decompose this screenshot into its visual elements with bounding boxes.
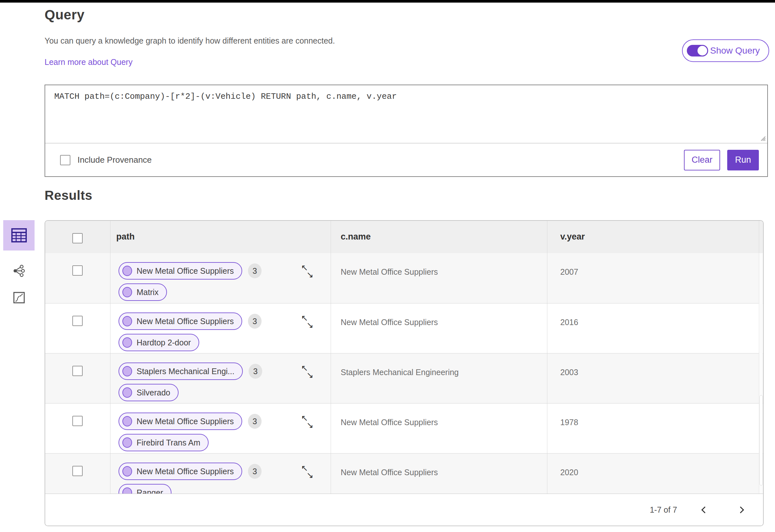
node-icon <box>122 266 132 276</box>
query-textarea[interactable]: MATCH path=(c:Company)-[r*2]-(v:Vehicle)… <box>45 85 767 143</box>
table-row: Staplers Mechanical Engi... 3 Silverado … <box>45 353 763 404</box>
results-table: path c.name v.year New Metal Office Supp… <box>45 220 764 526</box>
node-icon <box>122 337 132 348</box>
column-header-path: path <box>116 232 135 242</box>
query-page: Query You can query a knowledge graph to… <box>0 0 775 532</box>
clear-button[interactable]: Clear <box>684 150 720 170</box>
results-title: Results <box>45 188 92 203</box>
path-node-pill[interactable]: Ranger <box>118 484 171 494</box>
window-top-edge <box>0 0 775 3</box>
table-header-row: path c.name v.year <box>45 221 763 253</box>
cname-value: New Metal Office Suppliers <box>341 468 438 477</box>
path-count-badge: 3 <box>249 364 262 379</box>
vyear-value: 2003 <box>560 368 578 377</box>
node-icon <box>122 416 132 426</box>
pagination-bar: 1-7 of 7 <box>45 494 763 526</box>
show-query-label: Show Query <box>710 46 760 56</box>
path-count-badge: 3 <box>248 464 261 479</box>
table-row: New Metal Office Suppliers 3 Hardtop 2-d… <box>45 303 763 353</box>
page-title: Query <box>45 7 85 23</box>
table-row: New Metal Office Suppliers 3 Firebird Tr… <box>45 403 763 454</box>
cname-value: Staplers Mechanical Engineering <box>341 368 459 377</box>
path-node-pill[interactable]: New Metal Office Suppliers <box>118 413 242 430</box>
run-button[interactable]: Run <box>727 150 759 170</box>
toggle-knob <box>697 45 708 56</box>
chevron-left-icon[interactable] <box>701 506 708 513</box>
graph-share-icon[interactable] <box>13 265 25 277</box>
chevron-right-icon[interactable] <box>737 506 744 513</box>
path-node-pill[interactable]: New Metal Office Suppliers <box>118 262 242 280</box>
query-footer: Include Provenance Clear Run <box>45 143 767 177</box>
path-node-pill[interactable]: Hardtop 2-door <box>118 334 199 351</box>
expand-path-icon[interactable]: ↖↘ <box>301 363 316 381</box>
path-node-pill[interactable]: Matrix <box>118 283 167 301</box>
table-view-tab[interactable] <box>3 220 35 251</box>
select-all-checkbox[interactable] <box>72 233 83 243</box>
node-icon <box>122 387 132 398</box>
path-node-pill[interactable]: New Metal Office Suppliers <box>118 312 242 330</box>
include-provenance-control[interactable]: Include Provenance <box>60 155 152 165</box>
column-header-cname: c.name <box>341 232 371 242</box>
table-row: New Metal Office Suppliers 3 Matrix ↖↘ N… <box>45 253 763 303</box>
vyear-value: 2016 <box>560 318 578 327</box>
cname-value: New Metal Office Suppliers <box>341 418 438 427</box>
textarea-resize-grip-icon[interactable] <box>759 134 766 142</box>
node-icon <box>122 487 132 494</box>
path-count-badge: 3 <box>248 263 261 278</box>
cname-value: New Metal Office Suppliers <box>341 318 438 327</box>
node-icon <box>122 366 132 376</box>
table-icon <box>11 228 27 242</box>
results-view-rail <box>3 220 35 303</box>
page-description: You can query a knowledge graph to ident… <box>45 36 335 46</box>
row-checkbox[interactable] <box>72 265 83 276</box>
node-icon <box>122 466 132 476</box>
table-row: New Metal Office Suppliers 3 Ranger ↖↘ N… <box>45 453 763 494</box>
path-count-badge: 3 <box>248 414 261 429</box>
include-provenance-label: Include Provenance <box>77 155 152 165</box>
expand-path-icon[interactable]: ↖↘ <box>301 263 316 281</box>
pagination-range: 1-7 of 7 <box>650 505 677 515</box>
node-icon <box>122 287 132 297</box>
cname-value: New Metal Office Suppliers <box>341 267 438 277</box>
map-route-icon[interactable] <box>13 292 25 303</box>
row-checkbox[interactable] <box>72 466 83 476</box>
show-query-toggle-button[interactable]: Show Query <box>682 39 769 62</box>
path-count-badge: 3 <box>248 314 261 329</box>
expand-path-icon[interactable]: ↖↘ <box>301 463 316 481</box>
scrollbar-thumb[interactable] <box>760 395 763 486</box>
row-checkbox[interactable] <box>72 316 83 326</box>
node-icon <box>122 316 132 326</box>
query-text[interactable]: MATCH path=(c:Company)-[r*2]-(v:Vehicle)… <box>54 92 754 101</box>
expand-path-icon[interactable]: ↖↘ <box>301 313 316 331</box>
row-checkbox[interactable] <box>72 416 83 426</box>
vyear-value: 1978 <box>560 418 578 427</box>
expand-path-icon[interactable]: ↖↘ <box>301 413 316 431</box>
node-icon <box>122 437 132 448</box>
query-editor-panel: MATCH path=(c:Company)-[r*2]-(v:Vehicle)… <box>45 85 768 177</box>
path-node-pill[interactable]: Staplers Mechanical Engi... <box>118 363 243 380</box>
vyear-value: 2007 <box>560 267 578 277</box>
vyear-value: 2020 <box>560 468 578 477</box>
path-node-pill[interactable]: Firebird Trans Am <box>118 434 209 451</box>
row-checkbox[interactable] <box>72 366 83 376</box>
path-node-pill[interactable]: Silverado <box>118 384 178 401</box>
table-scrollbar[interactable] <box>759 253 763 494</box>
include-provenance-checkbox[interactable] <box>60 155 70 165</box>
column-header-vyear: v.year <box>560 232 585 242</box>
learn-more-link[interactable]: Learn more about Query <box>45 57 132 67</box>
toggle-on-icon[interactable] <box>687 45 708 56</box>
path-node-pill[interactable]: New Metal Office Suppliers <box>118 463 242 480</box>
